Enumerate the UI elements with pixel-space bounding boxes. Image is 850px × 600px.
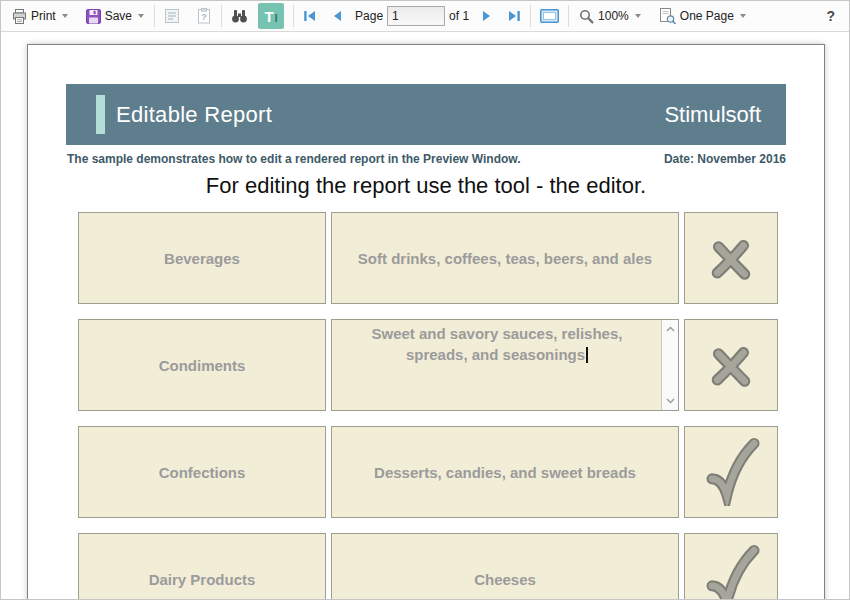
brand-name: Stimulsoft (664, 102, 761, 128)
status-cell[interactable] (684, 533, 778, 600)
report-heading: For editing the report use the tool - th… (28, 173, 824, 199)
description-text: Cheeses (474, 571, 536, 588)
cross-mark-icon (703, 337, 759, 393)
report-page: Editable Report Stimulsoft The sample de… (27, 44, 825, 600)
page-label: Page (355, 9, 383, 23)
view-mode-button[interactable]: One Page (654, 5, 751, 27)
category-text: Confections (159, 462, 246, 483)
description-text: Sweet and savory sauces, relishes, sprea… (372, 325, 623, 363)
table-row: Condiments Sweet and savory sauces, reli… (78, 319, 778, 411)
magnifier-icon (579, 9, 594, 24)
zoom-button[interactable]: 100% (574, 6, 646, 27)
cross-mark-icon (703, 230, 759, 286)
previous-page-button[interactable] (327, 6, 347, 26)
parameters-icon (164, 8, 180, 24)
separator (530, 5, 531, 27)
text-editor-tool-button-active[interactable]: TI (258, 3, 284, 29)
category-text: Beverages (164, 248, 240, 269)
scroll-up-icon (666, 326, 675, 332)
table-row: Beverages Soft drinks, coffees, teas, be… (78, 212, 778, 304)
find-button[interactable] (227, 5, 252, 27)
description-inner: Desserts, candies, and sweet breads (344, 462, 666, 483)
chevron-down-icon (62, 14, 68, 18)
save-icon (86, 9, 101, 24)
category-cell[interactable]: Confections (78, 426, 326, 518)
category-cell[interactable]: Condiments (78, 319, 326, 411)
check-mark-icon (702, 438, 760, 506)
svg-text:?: ? (201, 12, 207, 22)
page-number-input[interactable] (387, 6, 445, 26)
next-page-button[interactable] (477, 6, 497, 26)
status-cell[interactable] (684, 212, 778, 304)
ibeam-cursor-icon: I (275, 14, 278, 24)
description-inner: Soft drinks, coffees, teas, beers, and a… (344, 248, 666, 269)
view-mode-label: One Page (680, 9, 734, 23)
separator (154, 5, 155, 27)
save-label: Save (105, 9, 132, 23)
chevron-down-icon (740, 14, 746, 18)
edit-scrollbar[interactable] (661, 320, 678, 410)
description-inner: Sweet and savory sauces, relishes, sprea… (340, 323, 654, 365)
status-cell[interactable] (684, 426, 778, 518)
category-text: Condiments (159, 355, 246, 376)
first-page-icon (303, 10, 317, 22)
table-row: Confections Desserts, candies, and sweet… (78, 426, 778, 518)
description-inner: Cheeses (344, 569, 666, 590)
help-button[interactable]: ? (826, 8, 835, 24)
category-cell[interactable]: Dairy Products (78, 533, 326, 600)
preview-area: Editable Report Stimulsoft The sample de… (1, 32, 849, 599)
category-text: Dairy Products (149, 569, 256, 590)
text-editor-icon: T (265, 9, 274, 24)
parameters-button-disabled[interactable] (160, 4, 184, 28)
one-page-icon (659, 8, 676, 24)
print-button[interactable]: Print (7, 6, 73, 27)
last-page-icon (507, 10, 521, 22)
description-cell[interactable]: Desserts, candies, and sweet breads (331, 426, 679, 518)
page-count-label: of 1 (449, 9, 469, 23)
text-caret (586, 347, 588, 363)
separator (293, 5, 294, 27)
table-row: Dairy Products Cheeses (78, 533, 778, 600)
accent-bar (96, 95, 105, 134)
printer-icon (12, 9, 27, 24)
separator (221, 5, 222, 27)
print-label: Print (31, 9, 56, 23)
clipboard-question-icon: ? (196, 8, 212, 24)
clipboard-button-disabled[interactable]: ? (192, 4, 216, 28)
description-cell[interactable]: Cheeses (331, 533, 679, 600)
check-mark-icon (702, 545, 760, 600)
status-cell[interactable] (684, 319, 778, 411)
zoom-value: 100% (598, 9, 629, 23)
binoculars-icon (231, 9, 248, 23)
first-page-button[interactable] (299, 6, 321, 26)
report-subtitle: The sample demonstrates how to edit a re… (67, 152, 521, 166)
save-button[interactable]: Save (81, 6, 149, 27)
report-table: Beverages Soft drinks, coffees, teas, be… (78, 212, 778, 600)
report-title: Editable Report (116, 102, 272, 128)
report-date: Date: November 2016 (664, 152, 786, 166)
description-cell[interactable]: Soft drinks, coffees, teas, beers, and a… (331, 212, 679, 304)
report-subline: The sample demonstrates how to edit a re… (67, 152, 786, 166)
next-page-icon (481, 10, 493, 22)
description-text: Soft drinks, coffees, teas, beers, and a… (358, 250, 652, 267)
toolbar: Print Save ? (1, 1, 849, 32)
previous-page-icon (331, 10, 343, 22)
description-text: Desserts, candies, and sweet breads (374, 464, 636, 481)
full-screen-button[interactable] (536, 5, 563, 27)
report-header-band: Editable Report Stimulsoft (66, 84, 786, 145)
chevron-down-icon (138, 14, 144, 18)
chevron-down-icon (635, 14, 641, 18)
description-cell[interactable]: Sweet and savory sauces, relishes, sprea… (331, 319, 679, 411)
scroll-down-icon (666, 398, 675, 404)
last-page-button[interactable] (503, 6, 525, 26)
separator (568, 5, 569, 27)
full-screen-icon (540, 9, 559, 23)
category-cell[interactable]: Beverages (78, 212, 326, 304)
